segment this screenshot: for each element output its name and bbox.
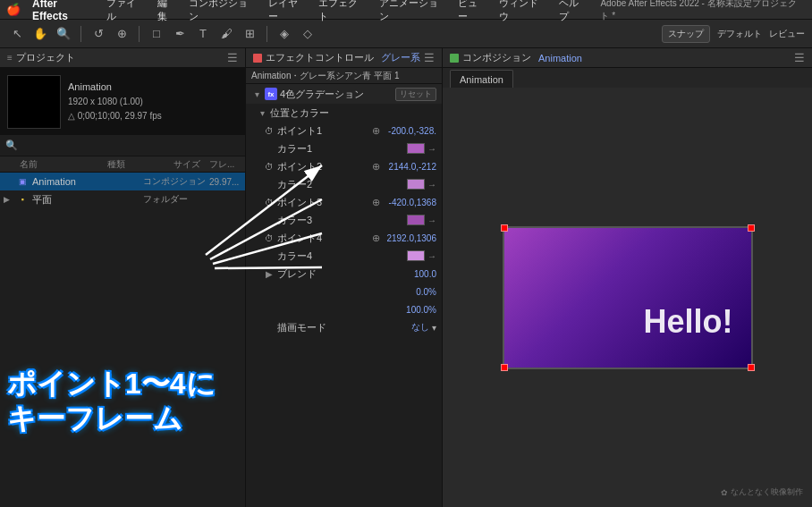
list-item[interactable]: ▣ Animation コンポジション 29.97... bbox=[0, 173, 245, 190]
panel-comp: コンポジション Animation ☰ Animation Hello! ✿ bbox=[443, 48, 812, 507]
project-thumbnail-area: Animation 1920 x 1080 (1.00) △ 0;00;10;0… bbox=[0, 68, 245, 135]
menu-composition[interactable]: コンポジション bbox=[189, 0, 256, 23]
effect-color-indicator bbox=[253, 54, 262, 63]
row-value[interactable]: 100.0 bbox=[383, 269, 436, 279]
handle-bottom-left[interactable] bbox=[501, 364, 508, 371]
workspace-default[interactable]: デフォルト bbox=[717, 28, 762, 40]
comp-view: Hello! ✿ なんとなく映像制作 bbox=[443, 88, 812, 507]
color-swatch[interactable] bbox=[407, 143, 425, 154]
apple-menu[interactable]: 🍎 bbox=[7, 4, 20, 16]
snap-button[interactable]: スナップ bbox=[662, 25, 710, 43]
handle-top-right[interactable] bbox=[748, 224, 755, 232]
effect-row-param2[interactable]: 100.0% bbox=[246, 300, 442, 318]
tool-text[interactable]: T bbox=[193, 24, 213, 44]
effect-row-point4[interactable]: ⏱ ポイント4 ⊕ 2192.0,1306 bbox=[246, 229, 442, 247]
col-frame-header: フレ... bbox=[209, 158, 241, 171]
tool-select[interactable]: ↖ bbox=[7, 24, 27, 44]
app-name[interactable]: After Effects bbox=[32, 0, 94, 22]
menu-effect[interactable]: エフェクト bbox=[318, 0, 366, 23]
comp-panel-menu[interactable]: ☰ bbox=[794, 51, 805, 64]
search-input[interactable] bbox=[21, 140, 240, 151]
effect-row-point3[interactable]: ⏱ ポイント3 ⊕ -420.0,1368 bbox=[246, 193, 442, 211]
effect-row-color2[interactable]: カラー2 → bbox=[246, 175, 442, 193]
handle-top-left[interactable] bbox=[501, 224, 508, 232]
menu-file[interactable]: ファイル bbox=[106, 0, 145, 23]
menu-help[interactable]: ヘルプ bbox=[559, 0, 588, 23]
menu-window[interactable]: ウィンドウ bbox=[499, 0, 546, 23]
crosshair-icon[interactable]: ⊕ bbox=[372, 125, 380, 137]
stopwatch-icon bbox=[264, 286, 275, 297]
row-value[interactable]: -420.0,1368 bbox=[383, 198, 436, 207]
position-color-section[interactable]: ▾ 位置とカラー bbox=[246, 104, 442, 122]
crosshair-icon[interactable]: ⊕ bbox=[372, 197, 380, 208]
effect-row-color3[interactable]: カラー3 → bbox=[246, 211, 442, 229]
project-panel-title: プロジェクト bbox=[16, 51, 75, 64]
effect-row-point1[interactable]: ⏱ ポイント1 ⊕ -200.0,-328. bbox=[246, 122, 442, 139]
tool-rect[interactable]: □ bbox=[147, 24, 166, 44]
tool-brush[interactable]: 🖌 bbox=[216, 24, 236, 44]
row-value[interactable]: 100.0% bbox=[383, 305, 436, 315]
menu-edit[interactable]: 編集 bbox=[157, 0, 176, 23]
row-value[interactable]: -200.0,-328. bbox=[383, 126, 436, 136]
effect-comp-path: Animation・グレー系シアン青 平面 1 bbox=[246, 68, 442, 84]
effect-list: ▾ fx 4色グラデーション リセット ▾ 位置とカラー ⏱ ポイント1 ⊕ -… bbox=[246, 84, 442, 507]
stopwatch-icon[interactable]: ⏱ bbox=[264, 125, 275, 136]
section-toggle[interactable]: ▾ bbox=[257, 107, 267, 118]
row-label: カラー4 bbox=[277, 249, 404, 263]
stopwatch-icon[interactable]: ⏱ bbox=[264, 232, 275, 243]
tool-rotate[interactable]: ↺ bbox=[89, 24, 108, 44]
stopwatch-icon bbox=[264, 250, 275, 261]
comp-panel-title: コンポジション bbox=[462, 51, 531, 64]
handle-bottom-right[interactable] bbox=[748, 364, 755, 371]
effect-toggle[interactable]: ▾ bbox=[251, 89, 262, 99]
effect-row-color4[interactable]: カラー4 → bbox=[246, 247, 442, 265]
comp-color-indicator bbox=[450, 54, 459, 63]
arrow-icon: → bbox=[427, 215, 436, 225]
effect-row-blend[interactable]: ▶ ブレンド 100.0 bbox=[246, 265, 442, 283]
effect-row-blendmode[interactable]: 描画モード なし ▾ bbox=[246, 318, 442, 336]
effect-panel-header: エフェクトコントロール グレー系 ☰ bbox=[246, 48, 442, 68]
effect-panel-subtitle: グレー系 bbox=[381, 51, 420, 64]
row-label: ポイント4 bbox=[277, 232, 368, 245]
tool-shape[interactable]: ◇ bbox=[298, 24, 317, 44]
search-icon: 🔍 bbox=[5, 139, 18, 151]
color-swatch[interactable] bbox=[407, 179, 425, 190]
tool-hand[interactable]: ✋ bbox=[30, 24, 50, 44]
comp-tab[interactable]: Animation bbox=[450, 70, 513, 88]
menu-animation[interactable]: アニメーション bbox=[379, 0, 446, 23]
panel-menu-button[interactable]: ☰ bbox=[227, 51, 238, 64]
comp-panel-header: コンポジション Animation ☰ bbox=[443, 48, 812, 68]
row-value[interactable]: 2192.0,1306 bbox=[383, 233, 436, 243]
stopwatch-icon[interactable]: ⏱ bbox=[264, 161, 275, 172]
list-item[interactable]: ▶ ▪ 平面 フォルダー bbox=[0, 190, 245, 208]
item-name: 平面 bbox=[32, 193, 140, 207]
effect-row-point2[interactable]: ⏱ ポイント2 ⊕ 2144.0,-212 bbox=[246, 157, 442, 175]
color-swatch[interactable] bbox=[407, 215, 425, 225]
stopwatch-icon[interactable]: ⏱ bbox=[264, 197, 275, 207]
tool-stamp[interactable]: ⊞ bbox=[240, 24, 259, 44]
blend-toggle[interactable]: ▶ bbox=[264, 268, 275, 279]
reset-button[interactable]: リセット bbox=[395, 88, 436, 101]
tool-pen[interactable]: ✒ bbox=[170, 24, 190, 44]
tool-pin[interactable]: ◈ bbox=[275, 24, 294, 44]
effect-row-param1[interactable]: 0.0% bbox=[246, 283, 442, 300]
menu-layer[interactable]: レイヤー bbox=[268, 0, 307, 23]
comp-canvas: Hello! bbox=[503, 226, 753, 369]
workspace-review[interactable]: レビュー bbox=[769, 28, 805, 40]
tool-camera[interactable]: ⊕ bbox=[112, 24, 131, 44]
item-name: Animation bbox=[32, 176, 140, 187]
row-value[interactable]: 0.0% bbox=[383, 287, 436, 297]
crosshair-icon[interactable]: ⊕ bbox=[372, 232, 380, 244]
row-value[interactable]: 2144.0,-212 bbox=[383, 162, 436, 172]
effect-header-row[interactable]: ▾ fx 4色グラデーション リセット bbox=[246, 84, 442, 104]
row-label: ポイント2 bbox=[277, 160, 368, 173]
effect-row-color1[interactable]: カラー1 → bbox=[246, 139, 442, 157]
list-header: 名前 種類 サイズ フレ... bbox=[0, 156, 245, 173]
crosshair-icon[interactable]: ⊕ bbox=[372, 161, 380, 173]
menu-view[interactable]: ビュー bbox=[458, 0, 486, 23]
workspace-label: デフォルト bbox=[717, 28, 762, 40]
dropdown-arrow[interactable]: ▾ bbox=[432, 323, 436, 333]
tool-zoom[interactable]: 🔍 bbox=[54, 24, 73, 44]
color-swatch[interactable] bbox=[407, 250, 425, 261]
effect-panel-menu[interactable]: ☰ bbox=[424, 51, 435, 64]
